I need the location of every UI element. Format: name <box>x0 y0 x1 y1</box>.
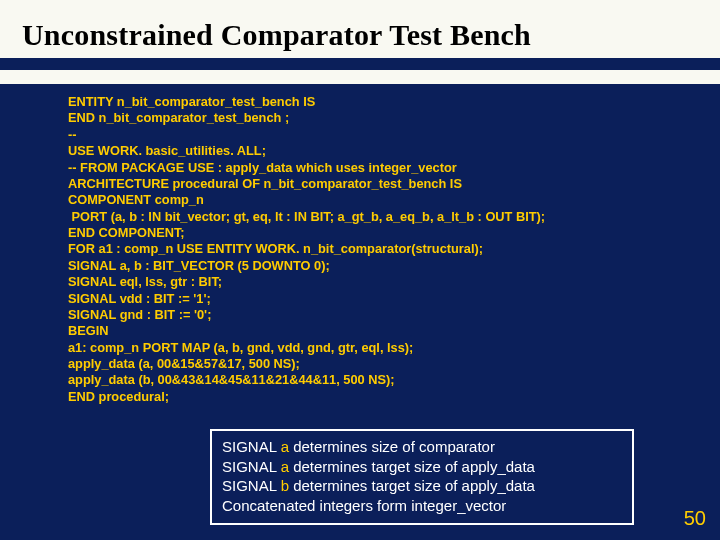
code-line: apply_data (b, 00&43&14&45&11&21&44&11, … <box>68 372 652 388</box>
code-line: SIGNAL vdd : BIT := '1'; <box>68 291 652 307</box>
callout-line: SIGNAL a determines size of comparator <box>222 437 622 457</box>
code-line: COMPONENT comp_n <box>68 192 652 208</box>
title-strip <box>0 70 720 84</box>
code-line: BEGIN <box>68 323 652 339</box>
code-line: -- <box>68 127 652 143</box>
code-block: ENTITY n_bit_comparator_test_bench IS EN… <box>0 84 720 409</box>
code-line: a1: comp_n PORT MAP (a, b, gnd, vdd, gnd… <box>68 340 652 356</box>
signal-a: a <box>281 458 289 475</box>
callout-text: determines target size of apply_data <box>289 458 535 475</box>
signal-callout: SIGNAL a determines size of comparator S… <box>210 429 634 525</box>
callout-line: SIGNAL b determines target size of apply… <box>222 476 622 496</box>
code-line: ARCHITECTURE procedural OF n_bit_compara… <box>68 176 652 192</box>
callout-text: determines target size of apply_data <box>289 477 535 494</box>
callout-line: Concatenated integers form integer_vecto… <box>222 496 622 516</box>
signal-b: b <box>281 477 289 494</box>
code-line: END COMPONENT; <box>68 225 652 241</box>
code-line: SIGNAL eql, lss, gtr : BIT; <box>68 274 652 290</box>
code-line: PORT (a, b : IN bit_vector; gt, eq, lt :… <box>68 209 652 225</box>
code-line: -- FROM PACKAGE USE : apply_data which u… <box>68 160 652 176</box>
callout-text: SIGNAL <box>222 477 281 494</box>
callout-text: determines size of comparator <box>289 438 495 455</box>
page-title: Unconstrained Comparator Test Bench <box>22 18 698 52</box>
code-line: END procedural; <box>68 389 652 405</box>
code-line: SIGNAL gnd : BIT := '0'; <box>68 307 652 323</box>
callout-line: SIGNAL a determines target size of apply… <box>222 457 622 477</box>
signal-a: a <box>281 438 289 455</box>
callout-text: SIGNAL <box>222 438 281 455</box>
code-line: END n_bit_comparator_test_bench ; <box>68 110 652 126</box>
page-number: 50 <box>684 507 706 530</box>
code-line: FOR a1 : comp_n USE ENTITY WORK. n_bit_c… <box>68 241 652 257</box>
code-line: ENTITY n_bit_comparator_test_bench IS <box>68 94 652 110</box>
code-line: SIGNAL a, b : BIT_VECTOR (5 DOWNTO 0); <box>68 258 652 274</box>
code-line: USE WORK. basic_utilities. ALL; <box>68 143 652 159</box>
callout-text: SIGNAL <box>222 458 281 475</box>
title-area: Unconstrained Comparator Test Bench <box>0 0 720 58</box>
code-line: apply_data (a, 00&15&57&17, 500 NS); <box>68 356 652 372</box>
